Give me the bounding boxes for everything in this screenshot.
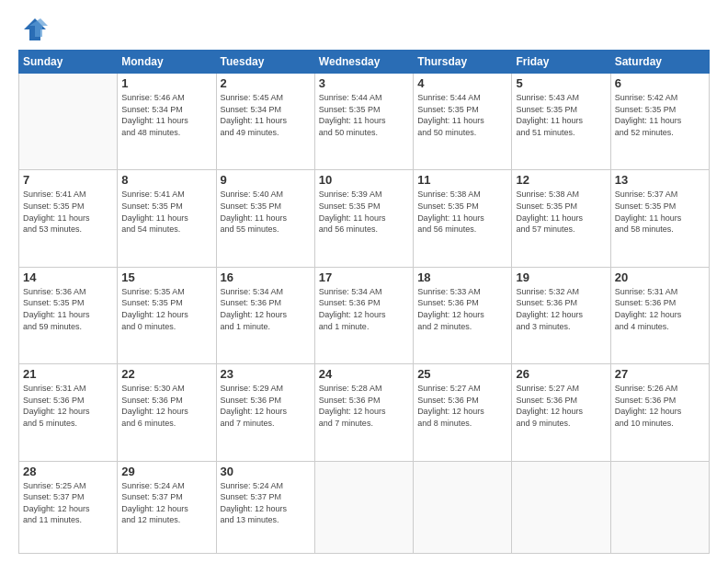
day-number: 30 bbox=[221, 465, 311, 478]
day-number: 20 bbox=[615, 270, 705, 284]
day-number: 18 bbox=[417, 270, 507, 284]
day-info: Sunrise: 5:37 AM Sunset: 5:35 PM Dayligh… bbox=[615, 189, 705, 235]
calendar-cell: 23Sunrise: 5:29 AM Sunset: 5:36 PM Dayli… bbox=[216, 364, 314, 461]
day-info: Sunrise: 5:27 AM Sunset: 5:36 PM Dayligh… bbox=[417, 383, 507, 429]
day-info: Sunrise: 5:41 AM Sunset: 5:35 PM Dayligh… bbox=[121, 189, 211, 235]
day-number: 2 bbox=[221, 76, 311, 90]
calendar-cell: 3Sunrise: 5:44 AM Sunset: 5:35 PM Daylig… bbox=[314, 74, 413, 170]
calendar-cell: 22Sunrise: 5:30 AM Sunset: 5:36 PM Dayli… bbox=[118, 364, 216, 461]
day-number: 15 bbox=[121, 270, 211, 284]
weekday-header-thursday: Thursday bbox=[414, 51, 512, 74]
day-info: Sunrise: 5:36 AM Sunset: 5:35 PM Dayligh… bbox=[23, 286, 113, 332]
day-info: Sunrise: 5:25 AM Sunset: 5:37 PM Dayligh… bbox=[23, 480, 113, 526]
day-number: 4 bbox=[417, 76, 507, 90]
calendar-cell: 24Sunrise: 5:28 AM Sunset: 5:36 PM Dayli… bbox=[314, 364, 413, 461]
day-number: 5 bbox=[516, 76, 606, 90]
day-info: Sunrise: 5:40 AM Sunset: 5:35 PM Dayligh… bbox=[221, 189, 311, 235]
calendar-cell: 21Sunrise: 5:31 AM Sunset: 5:36 PM Dayli… bbox=[19, 364, 118, 461]
day-info: Sunrise: 5:39 AM Sunset: 5:35 PM Dayligh… bbox=[319, 189, 409, 235]
day-info: Sunrise: 5:27 AM Sunset: 5:36 PM Dayligh… bbox=[516, 383, 606, 429]
week-row-5: 28Sunrise: 5:25 AM Sunset: 5:37 PM Dayli… bbox=[19, 461, 710, 554]
day-number: 22 bbox=[121, 367, 211, 381]
day-number: 12 bbox=[516, 173, 606, 187]
day-number: 9 bbox=[221, 173, 311, 187]
calendar-cell: 2Sunrise: 5:45 AM Sunset: 5:34 PM Daylig… bbox=[216, 74, 314, 170]
day-info: Sunrise: 5:28 AM Sunset: 5:36 PM Dayligh… bbox=[319, 383, 409, 429]
calendar-page: SundayMondayTuesdayWednesdayThursdayFrid… bbox=[0, 0, 728, 563]
day-number: 10 bbox=[319, 173, 409, 187]
calendar-cell: 8Sunrise: 5:41 AM Sunset: 5:35 PM Daylig… bbox=[118, 170, 216, 267]
week-row-2: 7Sunrise: 5:41 AM Sunset: 5:35 PM Daylig… bbox=[19, 170, 710, 267]
week-row-4: 21Sunrise: 5:31 AM Sunset: 5:36 PM Dayli… bbox=[19, 364, 710, 461]
day-number: 6 bbox=[615, 76, 705, 90]
calendar-cell: 18Sunrise: 5:33 AM Sunset: 5:36 PM Dayli… bbox=[414, 267, 512, 363]
weekday-header-saturday: Saturday bbox=[610, 51, 709, 74]
day-info: Sunrise: 5:43 AM Sunset: 5:35 PM Dayligh… bbox=[516, 92, 606, 138]
logo-icon bbox=[22, 17, 48, 42]
day-info: Sunrise: 5:30 AM Sunset: 5:36 PM Dayligh… bbox=[121, 383, 211, 429]
day-info: Sunrise: 5:42 AM Sunset: 5:35 PM Dayligh… bbox=[615, 92, 705, 138]
day-info: Sunrise: 5:34 AM Sunset: 5:36 PM Dayligh… bbox=[319, 286, 409, 332]
day-number: 16 bbox=[221, 270, 311, 284]
weekday-header-friday: Friday bbox=[512, 51, 610, 74]
calendar-cell: 20Sunrise: 5:31 AM Sunset: 5:36 PM Dayli… bbox=[610, 267, 709, 363]
calendar-cell: 11Sunrise: 5:38 AM Sunset: 5:35 PM Dayli… bbox=[414, 170, 512, 267]
weekday-header-monday: Monday bbox=[118, 51, 216, 74]
day-info: Sunrise: 5:34 AM Sunset: 5:36 PM Dayligh… bbox=[221, 286, 311, 332]
day-info: Sunrise: 5:31 AM Sunset: 5:36 PM Dayligh… bbox=[615, 286, 705, 332]
calendar-cell: 17Sunrise: 5:34 AM Sunset: 5:36 PM Dayli… bbox=[314, 267, 413, 363]
day-info: Sunrise: 5:35 AM Sunset: 5:35 PM Dayligh… bbox=[121, 286, 211, 332]
calendar-cell bbox=[512, 461, 610, 554]
day-info: Sunrise: 5:41 AM Sunset: 5:35 PM Dayligh… bbox=[23, 189, 113, 235]
calendar-cell: 27Sunrise: 5:26 AM Sunset: 5:36 PM Dayli… bbox=[610, 364, 709, 461]
calendar-cell: 25Sunrise: 5:27 AM Sunset: 5:36 PM Dayli… bbox=[414, 364, 512, 461]
calendar-cell: 15Sunrise: 5:35 AM Sunset: 5:35 PM Dayli… bbox=[118, 267, 216, 363]
day-number: 27 bbox=[615, 367, 705, 381]
calendar-cell bbox=[314, 461, 413, 554]
calendar-cell: 12Sunrise: 5:38 AM Sunset: 5:35 PM Dayli… bbox=[512, 170, 610, 267]
day-info: Sunrise: 5:44 AM Sunset: 5:35 PM Dayligh… bbox=[417, 92, 507, 138]
day-number: 25 bbox=[417, 367, 507, 381]
weekday-header-tuesday: Tuesday bbox=[216, 51, 314, 74]
calendar-cell: 10Sunrise: 5:39 AM Sunset: 5:35 PM Dayli… bbox=[314, 170, 413, 267]
day-info: Sunrise: 5:26 AM Sunset: 5:36 PM Dayligh… bbox=[615, 383, 705, 429]
day-info: Sunrise: 5:33 AM Sunset: 5:36 PM Dayligh… bbox=[417, 286, 507, 332]
day-number: 21 bbox=[23, 367, 113, 381]
weekday-header-sunday: Sunday bbox=[19, 51, 118, 74]
calendar-cell bbox=[19, 74, 118, 170]
day-info: Sunrise: 5:29 AM Sunset: 5:36 PM Dayligh… bbox=[221, 383, 311, 429]
calendar-cell: 14Sunrise: 5:36 AM Sunset: 5:35 PM Dayli… bbox=[19, 267, 118, 363]
logo bbox=[18, 17, 48, 42]
day-info: Sunrise: 5:38 AM Sunset: 5:35 PM Dayligh… bbox=[417, 189, 507, 235]
day-number: 3 bbox=[319, 76, 409, 90]
calendar-cell: 29Sunrise: 5:24 AM Sunset: 5:37 PM Dayli… bbox=[118, 461, 216, 554]
day-number: 28 bbox=[23, 465, 113, 478]
day-number: 26 bbox=[516, 367, 606, 381]
week-row-1: 1Sunrise: 5:46 AM Sunset: 5:34 PM Daylig… bbox=[19, 74, 710, 170]
calendar-cell: 16Sunrise: 5:34 AM Sunset: 5:36 PM Dayli… bbox=[216, 267, 314, 363]
week-row-3: 14Sunrise: 5:36 AM Sunset: 5:35 PM Dayli… bbox=[19, 267, 710, 363]
day-info: Sunrise: 5:45 AM Sunset: 5:34 PM Dayligh… bbox=[221, 92, 311, 138]
weekday-header-row: SundayMondayTuesdayWednesdayThursdayFrid… bbox=[19, 51, 710, 74]
header bbox=[18, 17, 710, 42]
calendar-cell: 4Sunrise: 5:44 AM Sunset: 5:35 PM Daylig… bbox=[414, 74, 512, 170]
day-number: 23 bbox=[221, 367, 311, 381]
calendar-cell: 26Sunrise: 5:27 AM Sunset: 5:36 PM Dayli… bbox=[512, 364, 610, 461]
day-info: Sunrise: 5:31 AM Sunset: 5:36 PM Dayligh… bbox=[23, 383, 113, 429]
calendar-cell: 5Sunrise: 5:43 AM Sunset: 5:35 PM Daylig… bbox=[512, 74, 610, 170]
day-number: 7 bbox=[23, 173, 113, 187]
day-info: Sunrise: 5:24 AM Sunset: 5:37 PM Dayligh… bbox=[121, 480, 211, 526]
day-number: 24 bbox=[319, 367, 409, 381]
day-info: Sunrise: 5:24 AM Sunset: 5:37 PM Dayligh… bbox=[221, 480, 311, 526]
calendar-cell: 19Sunrise: 5:32 AM Sunset: 5:36 PM Dayli… bbox=[512, 267, 610, 363]
day-number: 8 bbox=[121, 173, 211, 187]
day-info: Sunrise: 5:32 AM Sunset: 5:36 PM Dayligh… bbox=[516, 286, 606, 332]
day-number: 19 bbox=[516, 270, 606, 284]
calendar-cell: 7Sunrise: 5:41 AM Sunset: 5:35 PM Daylig… bbox=[19, 170, 118, 267]
day-number: 13 bbox=[615, 173, 705, 187]
weekday-header-wednesday: Wednesday bbox=[314, 51, 413, 74]
calendar-cell: 28Sunrise: 5:25 AM Sunset: 5:37 PM Dayli… bbox=[19, 461, 118, 554]
calendar-cell: 9Sunrise: 5:40 AM Sunset: 5:35 PM Daylig… bbox=[216, 170, 314, 267]
calendar-cell: 30Sunrise: 5:24 AM Sunset: 5:37 PM Dayli… bbox=[216, 461, 314, 554]
day-number: 11 bbox=[417, 173, 507, 187]
